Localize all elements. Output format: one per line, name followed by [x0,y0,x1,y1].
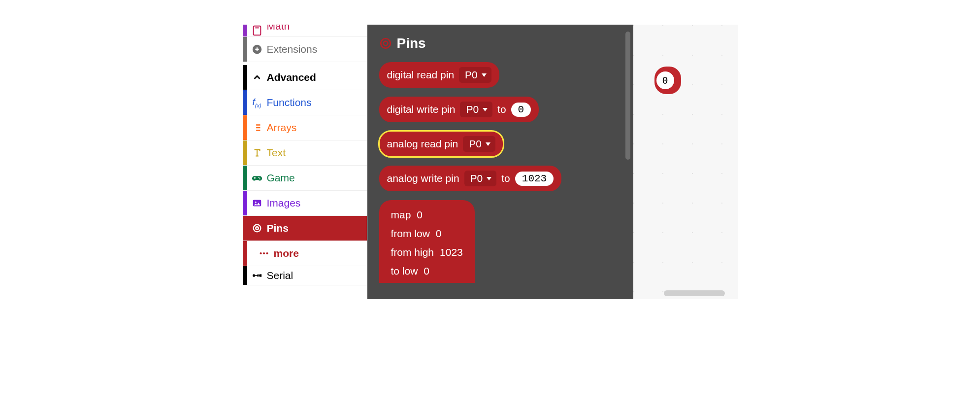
value-input[interactable]: 1023 [440,246,463,258]
sidebar-item-functions[interactable]: f(x) Functions [243,90,367,115]
workspace-block[interactable]: 0 [654,67,681,94]
sidebar-item-label: Game [267,172,295,184]
svg-point-6 [253,225,261,232]
sidebar-item-serial[interactable]: Serial [243,266,367,285]
calculator-icon [247,25,267,36]
sidebar-item-label: Images [267,197,301,209]
chevron-down-icon [483,108,488,111]
sidebar-item-label: Pins [267,222,289,234]
chevron-up-icon [247,72,267,83]
sidebar-item-label: Arrays [267,122,297,134]
sidebar-item-label: Extensions [267,43,318,55]
plus-icon [247,44,267,55]
sidebar-item-math[interactable]: Math [243,25,367,37]
sidebar-item-label: Advanced [267,71,316,83]
sidebar-item-label: more [274,247,299,259]
block-digital-write-pin[interactable]: digital write pin P0 to 0 [379,97,539,122]
sidebar-item-label: Math [267,25,290,32]
svg-point-11 [253,275,255,277]
chevron-down-icon [486,142,490,146]
sidebar-item-text[interactable]: Text [243,140,367,166]
block-label: analog read pin [387,138,458,150]
sidebar-item-pins-more[interactable]: more [243,241,367,266]
function-icon: f(x) [247,97,267,108]
chevron-down-icon [487,177,491,180]
block-label: from high [391,246,434,258]
value-input[interactable]: 0 [511,103,531,117]
workspace-canvas[interactable]: 0 [633,25,738,299]
block-label: analog write pin [387,173,459,184]
svg-point-10 [266,252,268,254]
sidebar-item-label: Text [267,147,286,159]
list-icon [247,122,267,133]
svg-point-13 [381,38,391,48]
app-frame: Math Extensions Advanced f(x) Functions [243,25,738,299]
block-label: map [391,209,411,221]
sidebar-item-advanced[interactable]: Advanced [243,65,367,90]
block-label: to [497,104,506,115]
svg-point-8 [260,252,261,254]
value-input[interactable]: 0 [417,209,423,221]
flyout-title: Pins [379,35,621,51]
block-digital-read-pin[interactable]: digital read pin P0 [379,62,499,88]
ellipsis-icon [254,248,274,259]
block-label: digital write pin [387,104,456,115]
svg-point-14 [383,41,388,46]
usb-icon [247,270,267,281]
target-icon [379,37,392,50]
sidebar-item-label: Serial [267,270,294,281]
svg-rect-12 [260,275,261,277]
block-label: from low [391,228,430,240]
block-label: to [501,173,510,184]
svg-point-5 [255,202,256,203]
svg-point-9 [262,252,264,254]
sidebar-item-game[interactable]: Game [243,166,367,191]
category-sidebar: Math Extensions Advanced f(x) Functions [243,25,367,299]
value-input[interactable]: 0 [436,228,442,240]
block-label: digital read pin [387,69,455,81]
pin-dropdown[interactable]: P0 [463,136,495,152]
value-input[interactable]: 0 [424,265,429,277]
sidebar-item-images[interactable]: Images [243,191,367,216]
sidebar-item-label: Functions [267,97,312,108]
image-icon [247,198,267,208]
chevron-down-icon [482,73,487,77]
value-input[interactable]: 1023 [515,172,554,186]
value-input[interactable]: 0 [656,71,674,89]
gamepad-icon [247,173,267,183]
sidebar-item-pins[interactable]: Pins [243,216,367,241]
toolbox-flyout: Pins digital read pin P0 digital write p… [367,25,633,299]
block-analog-write-pin[interactable]: analog write pin P0 to 1023 [379,166,562,191]
canvas-scrollbar-horizontal[interactable] [664,290,725,296]
svg-point-2 [258,177,259,178]
pin-dropdown[interactable]: P0 [460,102,492,117]
block-label: to low [391,265,418,277]
flyout-scrollbar[interactable] [625,32,630,160]
target-icon [247,223,267,234]
flyout-title-text: Pins [397,35,426,51]
svg-point-3 [259,178,260,179]
block-analog-read-pin[interactable]: analog read pin P0 [379,131,503,157]
pin-dropdown[interactable]: P0 [464,171,497,186]
sidebar-item-arrays[interactable]: Arrays [243,115,367,140]
pin-dropdown[interactable]: P0 [459,67,491,83]
svg-point-7 [256,227,259,230]
sidebar-item-extensions[interactable]: Extensions [243,37,367,62]
text-icon [247,147,267,158]
block-map[interactable]: map 0 from low 0 from high 1023 to low 0 [379,200,475,283]
